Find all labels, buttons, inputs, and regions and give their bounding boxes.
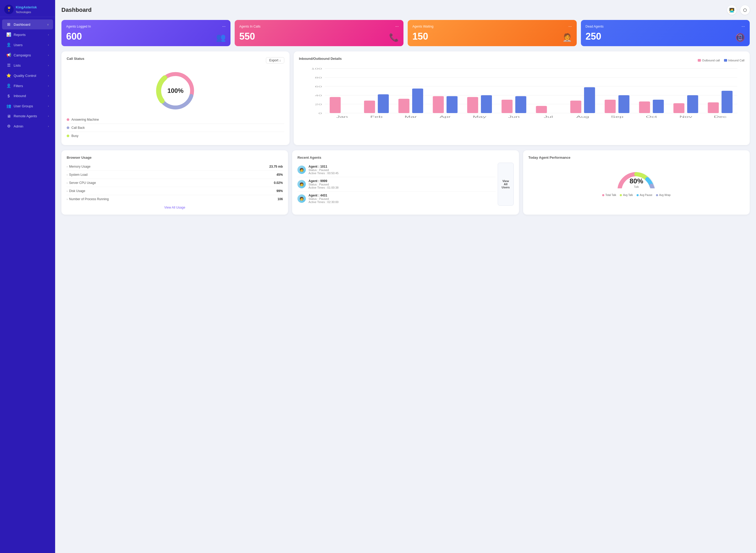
svg-rect-40 [570, 100, 581, 113]
usage-chevron-icon: › [67, 181, 67, 184]
nav-item-left-users: 👤 Users [6, 43, 22, 47]
nav-chevron-dashboard: ∨ [47, 23, 49, 26]
chart-legend-label: Outbound call [702, 59, 720, 62]
sidebar-item-campaigns[interactable]: 📢 Campaigns › [2, 50, 53, 60]
nav-label-remote-agents: Remote Agents [14, 114, 37, 118]
sidebar-item-lists[interactable]: ☰ Lists › [2, 60, 53, 70]
header: Dashboard 🧑‍💻 ⬡ [61, 5, 750, 15]
gauge-chart: 80% Talk [615, 165, 657, 188]
perf-legend: Total TalkAvg TalkAvg PauseAvg Wrap [529, 193, 745, 196]
sidebar-item-admin[interactable]: ⚙ Admin › [2, 121, 53, 131]
sidebar-item-dashboard[interactable]: ⊞ Dashboard ∨ [2, 19, 53, 29]
nav-icon-campaigns: 📢 [6, 53, 11, 58]
svg-text:0: 0 [319, 112, 322, 114]
notification-icon[interactable]: 🧑‍💻 [727, 5, 737, 15]
stat-card-value-agents-logged-in: 600 [66, 31, 226, 42]
svg-rect-31 [467, 97, 478, 113]
header-icons: 🧑‍💻 ⬡ [727, 5, 750, 15]
usage-chevron-icon: › [67, 198, 67, 201]
sidebar-item-users[interactable]: 👤 Users › [2, 40, 53, 50]
browser-usage-card: Browser Usage › Memory Usage 23.75 mb › … [61, 150, 288, 215]
nav-icon-remote-agents: 🖥 [6, 114, 11, 118]
sidebar-item-reports[interactable]: 📊 Reports › [2, 30, 53, 40]
perf-legend-label: Total Talk [605, 193, 616, 196]
nav-label-lists: Lists [14, 64, 21, 67]
share-icon[interactable]: ⬡ [740, 5, 750, 15]
svg-rect-29 [446, 96, 458, 113]
stat-card-menu-agents-logged-in[interactable]: ··· [222, 24, 225, 29]
stat-card-menu-agents-in-calls[interactable]: ··· [395, 24, 399, 29]
call-status-card: Call Status Export ↓ [61, 52, 289, 145]
svg-rect-22 [364, 100, 375, 113]
nav-chevron-inbound: › [48, 94, 49, 97]
nav-item-left-reports: 📊 Reports [6, 32, 26, 37]
sidebar-item-remote-agents[interactable]: 🖥 Remote Agents › [2, 111, 53, 121]
svg-text:Apr: Apr [439, 115, 451, 118]
nav-label-admin: Admin [14, 124, 23, 128]
svg-rect-19 [330, 97, 341, 113]
stat-card-menu-agents-waiting[interactable]: ··· [568, 24, 572, 29]
sidebar: 👑 ❋ KingAsterisk Technologies ⊞ Dashboar… [0, 0, 55, 553]
legend-label: Answering Machine [71, 118, 99, 122]
nav-chevron-campaigns: › [48, 54, 49, 57]
svg-text:60: 60 [315, 85, 322, 88]
usage-label: › System Load [67, 173, 87, 176]
usage-item-value: 23.75 mb [269, 165, 283, 168]
agent-row: 🧑 Agent : 1011 Status : Paused Active Ti… [297, 163, 496, 177]
agent-status: Status : Paused [308, 168, 496, 172]
view-all-users-button[interactable]: View All Users [498, 163, 514, 206]
stat-card-icon-dead-agents: 📵 [735, 33, 745, 42]
usage-item-value: 106 [277, 197, 283, 201]
usage-row[interactable]: › System Load 45% [67, 171, 283, 179]
nav-chevron-remote-agents: › [48, 114, 49, 117]
agent-active-time: Active Times : 01:00:38 [308, 186, 496, 189]
nav-chevron-lists: › [48, 64, 49, 67]
chart-legend-label: Inbound Call [728, 59, 745, 62]
usage-item-label: Number of Process Running [69, 197, 109, 201]
view-all-usage[interactable]: View All Usage [67, 206, 283, 209]
chart-legend-item: Outbound call [698, 59, 720, 62]
stat-card-label-agents-waiting: Agents Waiting [412, 25, 433, 28]
usage-row[interactable]: › Memory Usage 23.75 mb [67, 163, 283, 171]
page-title: Dashboard [61, 7, 92, 13]
perf-legend-item: Avg Wrap [656, 193, 671, 196]
main-content: Dashboard 🧑‍💻 ⬡ Agents Logged In ··· 600… [55, 0, 756, 553]
usage-row[interactable]: › Disk Usage 99% [67, 187, 283, 195]
legend-dot [67, 127, 69, 129]
svg-rect-44 [618, 95, 629, 113]
sidebar-item-filters[interactable]: 👤 Filters › [2, 81, 53, 91]
stat-cards-row: Agents Logged In ··· 600 👥 Agents In Cal… [61, 20, 750, 46]
call-legend: Answering MachineCall BackBusy [67, 116, 284, 140]
nav-label-inbound: Inbound [14, 94, 26, 98]
usage-list: › Memory Usage 23.75 mb › System Load 45… [67, 163, 283, 203]
stat-card-menu-dead-agents[interactable]: ··· [742, 24, 745, 29]
agents-list: 🧑 Agent : 1011 Status : Paused Active Ti… [297, 163, 496, 206]
export-button[interactable]: Export ↓ [266, 57, 284, 64]
svg-text:Aug: Aug [576, 115, 589, 118]
usage-row[interactable]: › Number of Process Running 106 [67, 195, 283, 203]
usage-label: › Memory Usage [67, 165, 90, 168]
svg-text:Mar: Mar [405, 115, 417, 118]
nav-label-campaigns: Campaigns [14, 53, 31, 57]
legend-item: Call Back [67, 124, 284, 132]
usage-label: › Number of Process Running [67, 197, 109, 201]
legend-item: Answering Machine [67, 116, 284, 124]
nav-item-left-campaigns: 📢 Campaigns [6, 53, 31, 58]
perf-legend-label: Avg Pause [640, 193, 652, 196]
nav-item-left-dashboard: ⊞ Dashboard [6, 22, 30, 27]
logo-text: KingAsterisk Technologies [16, 5, 51, 14]
sidebar-item-inbound[interactable]: $ Inbound › [2, 91, 53, 101]
stat-card-value-dead-agents: 250 [586, 31, 745, 42]
agent-avatar: 🧑 [297, 194, 306, 203]
stat-card-agents-in-calls: Agents In Calls ··· 550 📞 [235, 20, 404, 46]
usage-item-label: Server CPU Usage [69, 181, 96, 185]
svg-text:👑: 👑 [8, 6, 11, 9]
sidebar-item-quality-control[interactable]: ⭐ Quality Control › [2, 71, 53, 81]
sidebar-item-user-groups[interactable]: 👥 User Groups › [2, 101, 53, 111]
usage-row[interactable]: › Server CPU Usage 0.02% [67, 179, 283, 187]
chart-legend-item: Inbound Call [724, 59, 745, 62]
svg-rect-52 [708, 102, 719, 113]
svg-text:20: 20 [315, 103, 322, 106]
nav-chevron-quality-control: › [48, 74, 49, 77]
chart-header: Inbound/Outbound Details Outbound callIn… [299, 57, 745, 64]
